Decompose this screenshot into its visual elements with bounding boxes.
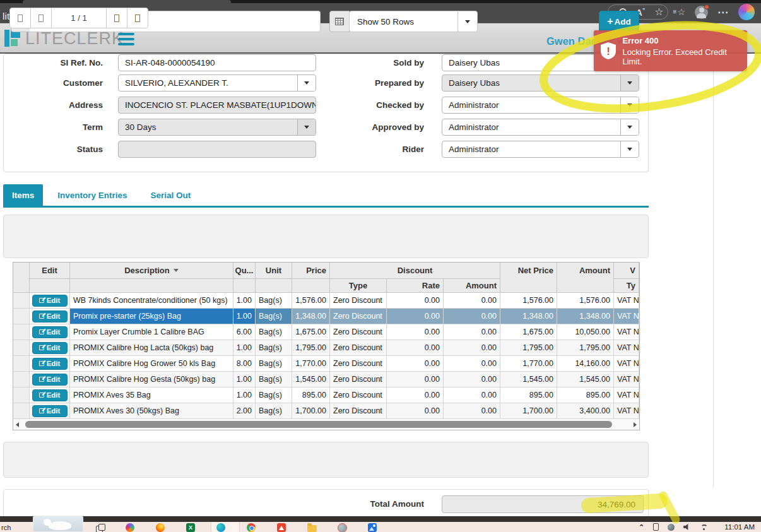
collections-icon[interactable]: ☆	[673, 7, 685, 17]
cell-vat[interactable]: VAT N	[614, 340, 639, 356]
cell-price[interactable]: 1,576.00	[292, 293, 330, 309]
cell-price[interactable]: 1,700.00	[292, 403, 330, 419]
task-view-icon[interactable]	[96, 524, 104, 532]
last-page-button[interactable]	[127, 8, 148, 28]
cell-amount[interactable]: 10,050.00	[557, 324, 614, 340]
cell-vat[interactable]: VAT N	[614, 309, 639, 324]
cell-net-price[interactable]: 895.00	[500, 387, 557, 403]
field-customer[interactable]: SILVERIO, ALEXANDER T.	[118, 74, 316, 92]
cell-discount-rate[interactable]: 0.00	[387, 356, 444, 372]
cell-vat[interactable]: VAT N	[614, 356, 639, 372]
globe-blocked-icon[interactable]	[338, 524, 346, 532]
cell-qty[interactable]: 1.00	[233, 293, 256, 309]
field-checked-by[interactable]: Administrator	[442, 97, 639, 114]
cell-unit[interactable]: Bag(s)	[256, 387, 292, 403]
hamburger-menu-icon[interactable]	[118, 33, 134, 45]
favorite-star-icon[interactable]: ☆	[654, 7, 663, 17]
browser-extension-logo-icon[interactable]	[738, 4, 755, 20]
tray-device-icon[interactable]	[653, 523, 659, 531]
cell-net-price[interactable]: 1,700.00	[500, 403, 557, 419]
edit-button[interactable]: Edit	[32, 310, 68, 322]
cell-row-handle[interactable]	[13, 309, 30, 324]
red-app-icon[interactable]	[277, 523, 286, 532]
edit-button[interactable]: Edit	[32, 326, 68, 338]
next-page-button[interactable]	[106, 8, 127, 28]
cell-discount-rate[interactable]: 0.00	[387, 387, 444, 403]
table-horizontal-scrollbar[interactable]	[13, 419, 639, 430]
photos-icon[interactable]	[368, 523, 377, 532]
cell-discount-rate[interactable]: 0.00	[387, 403, 444, 419]
scroll-left-icon[interactable]	[16, 422, 19, 427]
rows-select-caret[interactable]	[457, 11, 477, 32]
cell-net-price[interactable]: 1,348.00	[500, 309, 557, 324]
cell-discount-type[interactable]: Zero Discount	[330, 293, 387, 309]
cell-discount-amount[interactable]: 0.00	[444, 293, 500, 309]
cell-description[interactable]: PROMIX Calibre Hog Gesta (50kgs) bag	[70, 372, 233, 387]
taskbar-search-box[interactable]	[33, 516, 83, 532]
cell-discount-amount[interactable]: 0.00	[444, 403, 500, 419]
cell-vat[interactable]: VAT N	[614, 293, 639, 309]
dropdown-caret[interactable]	[620, 97, 639, 113]
cell-net-price[interactable]: 1,545.00	[500, 372, 557, 387]
cell-qty[interactable]: 1.00	[233, 387, 256, 403]
cell-unit[interactable]: Bag(s)	[256, 372, 292, 387]
volume-icon[interactable]	[683, 524, 690, 531]
scroll-right-icon[interactable]	[634, 422, 637, 427]
cell-vat[interactable]: VAT N	[614, 387, 639, 403]
cell-discount-type[interactable]: Zero Discount	[330, 309, 387, 324]
cell-row-handle[interactable]	[13, 356, 30, 372]
cell-unit[interactable]: Bag(s)	[256, 403, 292, 419]
cell-discount-type[interactable]: Zero Discount	[330, 356, 387, 372]
cell-price[interactable]: 1,795.00	[292, 340, 330, 356]
dropdown-caret[interactable]	[620, 141, 639, 157]
cell-vat[interactable]: VAT N	[614, 324, 639, 340]
cell-description[interactable]: PROMIX Calibre Hog Lacta (50kgs) bag	[70, 340, 233, 356]
rows-per-page-select[interactable]: Show 50 Rows	[349, 11, 478, 32]
copilot-icon[interactable]	[126, 523, 134, 532]
cell-row-handle[interactable]	[13, 403, 30, 419]
cell-price[interactable]: 895.00	[292, 387, 330, 403]
cell-amount[interactable]: 895.00	[557, 387, 614, 403]
cell-net-price[interactable]: 1,770.00	[500, 356, 557, 372]
error-toast[interactable]: ! Error 400 Locking Error. Exceed Credit…	[594, 30, 747, 71]
cell-discount-rate[interactable]: 0.00	[387, 372, 444, 387]
cell-discount-amount[interactable]: 0.00	[444, 356, 500, 372]
cell-net-price[interactable]: 1,795.00	[500, 340, 557, 356]
edit-button[interactable]: Edit	[32, 374, 68, 386]
firefox-icon[interactable]	[156, 523, 165, 532]
cell-discount-amount[interactable]: 0.00	[444, 387, 500, 403]
description-column-header[interactable]: Description	[70, 263, 233, 279]
cell-unit[interactable]: Bag(s)	[256, 340, 292, 356]
cell-qty[interactable]: 1.00	[233, 309, 256, 324]
edit-button[interactable]: Edit	[32, 295, 68, 307]
dropdown-caret[interactable]	[620, 119, 639, 135]
edit-button[interactable]: Edit	[32, 405, 68, 417]
cell-discount-type[interactable]: Zero Discount	[330, 324, 387, 340]
cell-discount-rate[interactable]: 0.00	[387, 340, 444, 356]
cell-vat[interactable]: VAT N	[614, 372, 639, 387]
tab-serial-out[interactable]: Serial Out	[142, 184, 200, 206]
cell-description[interactable]: Promix Layer Crumble 1 Calibre BAG	[70, 324, 233, 340]
cell-discount-rate[interactable]: 0.00	[387, 309, 444, 324]
field-si-ref-no[interactable]: SI-AR-048-0000054190	[118, 54, 316, 71]
cell-qty[interactable]: 6.00	[233, 324, 256, 340]
cell-net-price[interactable]: 1,576.00	[500, 293, 557, 309]
cell-qty[interactable]: 1.00	[233, 372, 256, 387]
cell-price[interactable]: 1,770.00	[292, 356, 330, 372]
cell-amount[interactable]: 1,348.00	[557, 309, 614, 324]
tray-chevron-icon[interactable]: ⌃	[639, 523, 644, 531]
field-approved-by[interactable]: Administrator	[442, 119, 639, 136]
cell-description[interactable]: PROMIX Aves 35 Bag	[70, 387, 233, 403]
chrome-icon[interactable]	[247, 523, 256, 532]
cell-price[interactable]: 1,675.00	[292, 324, 330, 340]
cell-amount[interactable]: 1,795.00	[557, 340, 614, 356]
cell-description[interactable]: PROMIX Calibre Hog Grower 50 kls Bag	[70, 356, 233, 372]
edit-button[interactable]: Edit	[32, 389, 68, 401]
cell-row-handle[interactable]	[13, 324, 30, 340]
add-button[interactable]: +Add	[599, 11, 639, 32]
cell-description[interactable]: WB 7kinds Concentrate/conditioner (50 kg…	[70, 293, 233, 309]
edit-button[interactable]: Edit	[32, 342, 68, 354]
cell-qty[interactable]: 8.00	[233, 356, 256, 372]
cell-amount[interactable]: 1,545.00	[557, 372, 614, 387]
cell-row-handle[interactable]	[13, 387, 30, 403]
